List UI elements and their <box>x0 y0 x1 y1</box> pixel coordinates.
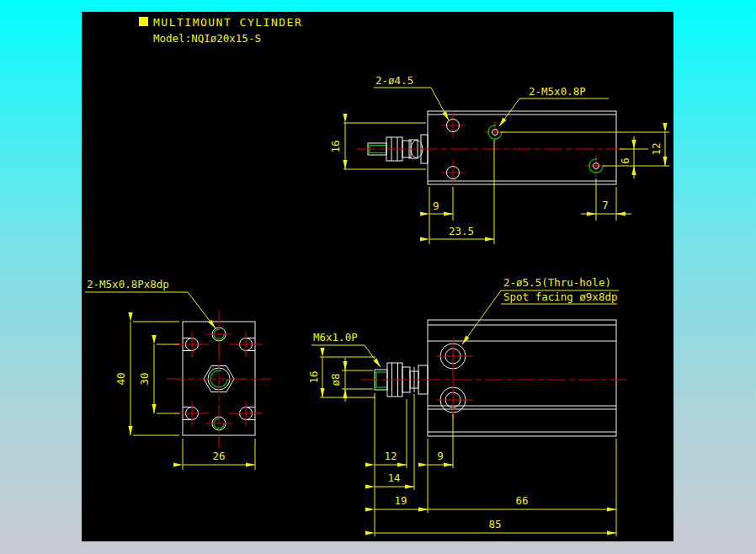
dim-port-pitch: 12 <box>650 142 663 155</box>
dim-d66: 66 <box>515 494 528 507</box>
dim-slot-pitch: 30 <box>138 372 151 385</box>
dim-port-offset: 6 <box>619 157 631 164</box>
dim-d12: 12 <box>384 450 397 462</box>
dim-front-height: 40 <box>114 372 127 385</box>
dim-hole-edge: 9 <box>433 200 439 212</box>
drawing-title: MULTIMOUNT CYLINDER <box>153 16 302 29</box>
dim-hole-to-port: 23.5 <box>449 225 474 237</box>
label-spot-facing: Spot facing ø9x8dp <box>503 290 617 303</box>
dim-d19: 19 <box>394 494 407 507</box>
label-mount-holes: 2-ø4.5 <box>375 74 413 87</box>
dim-front-width: 26 <box>212 450 225 462</box>
label-rod-thread: M6x1.0P <box>313 331 358 344</box>
title-bullet-icon <box>139 17 148 26</box>
dim-d14: 14 <box>387 471 400 484</box>
dim-port-edge: 7 <box>602 199 609 211</box>
label-thru-hole: 2-ø5.5(Thru-hole) <box>503 276 611 289</box>
dim-rod-height: 16 <box>307 370 320 383</box>
label-thread-holes: 2-M5x0.8Px8dp <box>87 278 169 290</box>
dim-top-height: 16 <box>329 140 342 152</box>
dim-d85: 85 <box>488 518 501 530</box>
cad-drawing: MULTIMOUNT CYLINDER Model:NQIø20x15-S <box>0 0 756 554</box>
dim-d9: 9 <box>437 450 444 462</box>
dim-rod-dia: ø8 <box>329 373 342 386</box>
drawing-model: Model:NQIø20x15-S <box>153 32 261 45</box>
label-ports: 2-M5x0.8P <box>529 85 586 98</box>
